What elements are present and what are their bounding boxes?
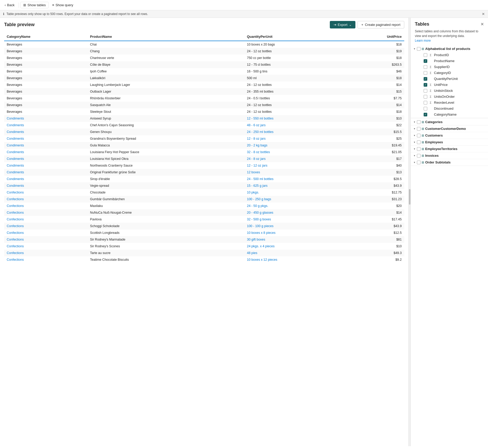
table-row: ConfectionsTeatime Chocolate Biscuits10 … bbox=[4, 256, 404, 263]
field-row[interactable]: ΣReorderLevel bbox=[411, 100, 488, 106]
scroll-divider bbox=[408, 18, 410, 446]
tree-table-label: Order Subtotals bbox=[425, 160, 486, 164]
col-header-quantity: QuantityPerUnit bbox=[244, 33, 347, 41]
info-bar-close-button[interactable]: ✕ bbox=[482, 12, 485, 16]
table-row: BeveragesChartreuse verte750 cc per bott… bbox=[4, 55, 404, 61]
field-checkbox[interactable]: ✓ bbox=[424, 113, 427, 116]
field-checkbox[interactable] bbox=[424, 53, 427, 57]
table-icon: ⊞ bbox=[422, 140, 424, 144]
table-checkbox[interactable] bbox=[417, 134, 421, 137]
scroll-thumb bbox=[409, 189, 410, 205]
table-checkbox[interactable] bbox=[417, 47, 421, 51]
field-checkbox[interactable] bbox=[424, 71, 427, 75]
table-checkbox[interactable] bbox=[417, 140, 421, 144]
field-label: CategoryName bbox=[434, 113, 456, 116]
tree-table-label: Customers bbox=[425, 133, 486, 137]
field-row[interactable]: ΣSupplierID bbox=[411, 64, 488, 70]
col-header-price: UnitPrice bbox=[347, 33, 404, 41]
tree-table-label: Invoices bbox=[425, 154, 486, 158]
field-checkbox[interactable] bbox=[424, 95, 427, 99]
chevron-down-icon: ▾ bbox=[413, 47, 416, 50]
table-checkbox[interactable] bbox=[417, 147, 421, 151]
field-label: QuantityPerUnit bbox=[434, 77, 458, 81]
table-row: ConfectionsSchoggi Schokolade100 - 100 g… bbox=[4, 223, 404, 229]
field-row[interactable]: Discontinued bbox=[411, 106, 488, 111]
sidebar-scroll[interactable]: ▾⊞Alphabetical list of productsΣProductI… bbox=[411, 46, 488, 446]
field-checkbox[interactable] bbox=[424, 89, 427, 93]
field-checkbox[interactable] bbox=[424, 101, 427, 104]
table-row: CondimentsSirop d'érable24 - 500 ml bott… bbox=[4, 176, 404, 182]
chevron-down-icon: ▾ bbox=[413, 127, 416, 130]
tree-table-row[interactable]: ▾⊞CustomerCustomerDemo bbox=[411, 125, 488, 132]
table-row: BeveragesChang24 - 12 oz bottles$19 bbox=[4, 48, 404, 55]
tree-table-row[interactable]: ▾⊞Customers bbox=[411, 132, 488, 139]
table-container[interactable]: CategoryName ProductName QuantityPerUnit… bbox=[4, 33, 404, 443]
table-row: ConfectionsScottish Longbreads10 boxes x… bbox=[4, 229, 404, 236]
field-row[interactable]: ΣProductID bbox=[411, 52, 488, 58]
field-row[interactable]: ✓CategoryName bbox=[411, 111, 488, 117]
field-label: Discontinued bbox=[434, 107, 453, 110]
table-icon: ⊞ bbox=[422, 154, 424, 158]
sidebar-close-button[interactable]: ✕ bbox=[481, 22, 484, 27]
field-checkbox[interactable]: ✓ bbox=[424, 59, 427, 63]
learn-more-link[interactable]: Learn more bbox=[415, 39, 431, 42]
field-row[interactable]: ΣUnitsOnOrder bbox=[411, 94, 488, 100]
table-row: BeveragesRhönbräu Klosterbier24 - 0.5 l … bbox=[4, 95, 404, 102]
field-checkbox[interactable] bbox=[424, 65, 427, 69]
left-panel: Table preview ⇥ Export ⌄ + Create pagina… bbox=[0, 18, 408, 446]
data-table: CategoryName ProductName QuantityPerUnit… bbox=[4, 33, 404, 263]
table-row: CondimentsAniseed Syrup12 - 550 ml bottl… bbox=[4, 115, 404, 122]
field-row[interactable]: ΣUnitsInStock bbox=[411, 88, 488, 94]
tree-table-row[interactable]: ▾⊞EmployeeTerritories bbox=[411, 146, 488, 152]
table-row: ConfectionsPavlova32 - 500 g boxes$17.45 bbox=[4, 216, 404, 223]
create-paginated-report-button[interactable]: + Create paginated report bbox=[357, 21, 404, 28]
table-row: CondimentsGenen Shouyu24 - 250 ml bottle… bbox=[4, 129, 404, 135]
sigma-icon: Σ bbox=[429, 65, 432, 69]
table-checkbox[interactable] bbox=[417, 161, 421, 164]
sigma-icon: Σ bbox=[429, 101, 432, 104]
table-row: BeveragesChai10 boxes x 20 bags$18 bbox=[4, 41, 404, 48]
table-row: BeveragesIpoh Coffee16 - 500 g tins$46 bbox=[4, 68, 404, 75]
table-checkbox[interactable] bbox=[417, 120, 421, 124]
tree-table-row[interactable]: ▾⊞Invoices bbox=[411, 152, 488, 159]
table-icon: ⊞ bbox=[422, 47, 424, 51]
tree-table-row[interactable]: ▾⊞Alphabetical list of products bbox=[411, 46, 488, 52]
back-icon: ‹ bbox=[5, 3, 6, 7]
tables-sidebar: Tables ✕ Select tables and columns from … bbox=[410, 18, 488, 446]
export-button[interactable]: ⇥ Export ⌄ bbox=[330, 21, 356, 28]
chevron-down-icon: ▾ bbox=[413, 134, 416, 137]
nav-divider bbox=[19, 3, 19, 8]
chevron-down-icon: ▾ bbox=[413, 161, 416, 164]
tree-table-label: EmployeeTerritories bbox=[425, 147, 486, 151]
tree-table-row[interactable]: ▾⊞Order Subtotals bbox=[411, 159, 488, 166]
field-row[interactable]: ✓QuantityPerUnit bbox=[411, 76, 488, 82]
back-button[interactable]: ‹ Back bbox=[2, 2, 17, 8]
table-row: ConfectionsGumbär Gummibärchen100 - 250 … bbox=[4, 196, 404, 203]
show-tables-button[interactable]: ⊞ Show tables bbox=[20, 2, 49, 8]
table-checkbox[interactable] bbox=[417, 154, 421, 158]
table-checkbox[interactable] bbox=[417, 127, 421, 131]
sigma-icon: Σ bbox=[429, 71, 432, 74]
field-label: UnitsInStock bbox=[434, 89, 453, 93]
table-row: CondimentsLouisiana Fiery Hot Pepper Sau… bbox=[4, 149, 404, 155]
field-row[interactable]: ΣCategoryID bbox=[411, 70, 488, 76]
table-row: BeveragesLaughing Lumberjack Lager24 - 1… bbox=[4, 81, 404, 88]
top-nav: ‹ Back ⊞ Show tables ≡ Show query bbox=[0, 0, 488, 10]
show-query-button[interactable]: ≡ Show query bbox=[50, 2, 76, 8]
field-checkbox[interactable] bbox=[424, 107, 427, 110]
tree-table-row[interactable]: ▾⊞Categories bbox=[411, 119, 488, 125]
table-row: CondimentsGrandma's Boysenberry Spread12… bbox=[4, 135, 404, 142]
table-icon: ⊞ bbox=[422, 161, 424, 164]
create-icon: + bbox=[361, 23, 363, 27]
panel-actions: ⇥ Export ⌄ + Create paginated report bbox=[330, 21, 404, 28]
field-label: ProductID bbox=[434, 53, 449, 57]
field-checkbox[interactable]: ✓ bbox=[424, 77, 427, 81]
tree-table-row[interactable]: ▾⊞Employees bbox=[411, 139, 488, 145]
field-row[interactable]: ✓ΣUnitPrice bbox=[411, 82, 488, 88]
table-row: ConfectionsTarte au sucre48 pies$49.3 bbox=[4, 250, 404, 256]
query-icon: ≡ bbox=[52, 3, 54, 7]
table-row: ConfectionsMaxilaku24 - 50 g pkgs.$20 bbox=[4, 203, 404, 209]
tree-table-label: CustomerCustomerDemo bbox=[425, 127, 486, 131]
field-checkbox[interactable]: ✓ bbox=[424, 83, 427, 87]
field-row[interactable]: ✓ProductName bbox=[411, 58, 488, 64]
